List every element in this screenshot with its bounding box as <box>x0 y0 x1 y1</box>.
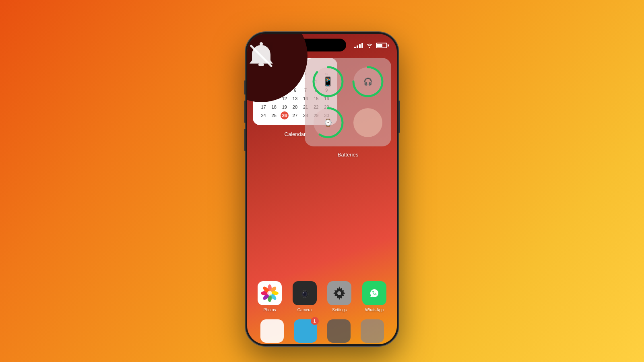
dock-partial: 1 <box>255 316 389 344</box>
app-item-settings[interactable]: Settings <box>325 281 354 312</box>
photos-flower-icon <box>261 284 279 302</box>
airpods-device-icon: 🎧 <box>363 77 372 86</box>
dock-item-4[interactable] <box>361 319 384 343</box>
cal-day-26-today[interactable]: 26 <box>281 111 289 119</box>
whatsapp-logo-svg <box>367 286 382 300</box>
wifi-icon <box>366 43 373 48</box>
phone-device-icon: 📱 <box>322 76 333 87</box>
app-icons-row: Photos Camera <box>255 281 389 312</box>
messages-badge: 1 <box>311 317 319 325</box>
phone-battery-cell: 📱 <box>310 63 347 101</box>
signal-bar-4 <box>361 43 363 48</box>
photos-app-label: Photos <box>263 308 276 312</box>
svg-point-26 <box>337 291 341 295</box>
dock-item-1[interactable] <box>260 319 284 343</box>
cal-day-25[interactable]: 25 <box>269 111 279 119</box>
volume-up-button[interactable] <box>244 101 246 123</box>
bell-slash-icon <box>247 38 279 74</box>
app-item-photos[interactable]: Photos <box>255 281 284 312</box>
cal-day-18[interactable]: 18 <box>269 103 279 111</box>
batteries-widget[interactable]: 📱 🎧 ⌚ <box>305 58 391 146</box>
watch-device-icon: ⌚ <box>324 118 332 127</box>
svg-point-1 <box>260 42 263 45</box>
calendar-widget-label: Calendar <box>285 131 306 137</box>
empty-battery-ring <box>351 106 384 139</box>
mute-button[interactable] <box>244 80 246 95</box>
svg-point-18 <box>267 291 272 296</box>
settings-app-icon[interactable] <box>327 281 351 305</box>
dock-item-3[interactable] <box>327 319 351 343</box>
camera-app-icon[interactable] <box>293 281 317 305</box>
signal-bar-1 <box>354 47 356 48</box>
signal-bar-3 <box>359 44 361 48</box>
settings-gear-svg <box>332 286 347 301</box>
signal-indicator <box>354 43 363 48</box>
phone-screen: SEPTEMBER S M T W T F S 1 2 3 <box>247 34 397 344</box>
power-button[interactable] <box>398 101 400 133</box>
signal-bar-2 <box>357 45 358 48</box>
dock-item-2[interactable]: 1 <box>294 319 317 343</box>
photos-app-icon[interactable] <box>258 281 282 305</box>
batteries-widget-label: Batteries <box>338 152 358 158</box>
svg-rect-0 <box>258 64 264 66</box>
svg-point-9 <box>353 108 382 137</box>
empty-battery-cell <box>350 104 387 142</box>
cal-day-24[interactable]: 24 <box>258 111 268 119</box>
camera-app-label: Camera <box>297 308 312 312</box>
whatsapp-app-icon[interactable] <box>362 281 386 305</box>
cal-day-19[interactable]: 19 <box>279 103 289 111</box>
watch-battery-cell: ⌚ <box>310 104 347 142</box>
whatsapp-app-label: WhatsApp <box>365 308 384 312</box>
camera-lens-svg <box>297 287 312 299</box>
app-item-camera[interactable]: Camera <box>290 281 319 312</box>
svg-point-24 <box>303 292 304 294</box>
battery-indicator <box>376 43 389 48</box>
phone-frame: SEPTEMBER S M T W T F S 1 2 3 <box>246 32 398 346</box>
app-item-whatsapp[interactable]: WhatsApp <box>360 281 389 312</box>
cal-day-27[interactable]: 27 <box>290 111 300 119</box>
volume-down-button[interactable] <box>244 129 246 151</box>
svg-rect-20 <box>302 287 307 290</box>
cal-day-17[interactable]: 17 <box>258 103 268 111</box>
cal-day-20[interactable]: 20 <box>290 103 300 111</box>
cal-day-13[interactable]: 13 <box>290 95 300 103</box>
airpods-battery-cell: 🎧 <box>350 63 387 101</box>
settings-app-label: Settings <box>332 308 347 312</box>
